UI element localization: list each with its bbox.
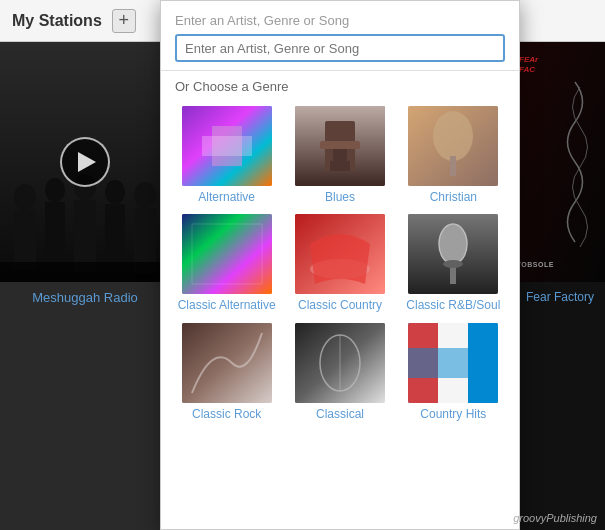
svg-rect-7 <box>74 200 96 272</box>
genre-dropdown: Enter an Artist, Genre or Song Or Choose… <box>160 0 520 530</box>
station-meshuggah-image <box>0 42 170 282</box>
genre-item-classical[interactable]: Classical <box>288 323 391 421</box>
genre-label-classic-country: Classic Country <box>298 298 382 312</box>
page-title: My Stations <box>12 12 102 30</box>
add-station-button[interactable]: + <box>112 9 136 33</box>
svg-rect-25 <box>330 161 350 171</box>
watermark: groovyPublishing <box>513 512 597 524</box>
genre-label-classic-rb: Classic R&B/Soul <box>406 298 500 312</box>
search-hint: Enter an Artist, Genre or Song <box>175 13 505 28</box>
genre-item-classic-rb[interactable]: Classic R&B/Soul <box>402 214 505 312</box>
genre-thumb-classic-rock <box>182 323 272 403</box>
station-fear-factory-label: Fear Factory <box>515 282 605 312</box>
genre-label-alternative: Alternative <box>198 190 255 204</box>
genre-item-classic-alternative[interactable]: Classic Alternative <box>175 214 278 312</box>
genre-thumb-classic-alternative <box>182 214 272 294</box>
svg-rect-20 <box>202 136 252 156</box>
svg-point-34 <box>439 224 467 264</box>
svg-rect-14 <box>515 42 605 282</box>
genre-item-classic-country[interactable]: Classic Country <box>288 214 391 312</box>
genre-label-blues: Blues <box>325 190 355 204</box>
search-section: Enter an Artist, Genre or Song <box>161 1 519 71</box>
watermark-publishing: Publishing <box>546 512 597 524</box>
genre-thumb-christian <box>408 106 498 186</box>
genre-grid: AlternativeBluesChristianClassic Alterna… <box>175 106 513 421</box>
watermark-groovy: groovy <box>513 512 546 524</box>
svg-point-2 <box>14 184 36 210</box>
search-input[interactable] <box>175 34 505 62</box>
svg-text:°OBSOLE: °OBSOLE <box>518 261 554 268</box>
svg-point-36 <box>443 260 463 268</box>
genre-label-classical: Classical <box>316 407 364 421</box>
genre-thumb-country-hits <box>408 323 498 403</box>
svg-rect-3 <box>14 210 36 270</box>
station-card-meshuggah[interactable]: Meshuggah Radio <box>0 42 170 530</box>
station-fear-factory-image: FEAr FAC °OBSOLE <box>515 42 605 282</box>
genre-item-christian[interactable]: Christian <box>402 106 505 204</box>
genre-thumb-classic-country <box>295 214 385 294</box>
svg-rect-5 <box>45 202 65 272</box>
station-card-fear-factory[interactable]: FEAr FAC °OBSOLE Fear Factory <box>515 42 605 530</box>
genre-label-country-hits: Country Hits <box>420 407 486 421</box>
genre-item-blues[interactable]: Blues <box>288 106 391 204</box>
genre-hint: Or Choose a Genre <box>175 79 505 94</box>
genre-section: Or Choose a Genre <box>161 71 519 106</box>
svg-rect-37 <box>182 323 272 403</box>
genre-thumb-classical <box>295 323 385 403</box>
svg-rect-9 <box>105 204 125 272</box>
genre-thumb-alternative <box>182 106 272 186</box>
svg-rect-28 <box>450 156 456 176</box>
svg-rect-12 <box>0 262 170 282</box>
svg-point-4 <box>45 178 65 202</box>
svg-text:FEAr: FEAr <box>519 55 539 64</box>
genre-label-classic-rock: Classic Rock <box>192 407 261 421</box>
genre-item-classic-rock[interactable]: Classic Rock <box>175 323 278 421</box>
genre-item-country-hits[interactable]: Country Hits <box>402 323 505 421</box>
svg-rect-24 <box>320 141 360 149</box>
svg-point-8 <box>105 180 125 204</box>
genre-grid-container[interactable]: AlternativeBluesChristianClassic Alterna… <box>161 106 519 529</box>
fear-factory-album-svg: FEAr FAC °OBSOLE <box>515 42 605 282</box>
svg-point-27 <box>433 111 473 161</box>
genre-item-alternative[interactable]: Alternative <box>175 106 278 204</box>
svg-rect-29 <box>182 214 272 294</box>
svg-rect-45 <box>408 348 498 378</box>
svg-text:FAC: FAC <box>519 65 535 74</box>
genre-thumb-classic-rb <box>408 214 498 294</box>
station-meshuggah-label: Meshuggah Radio <box>0 282 170 313</box>
genre-label-christian: Christian <box>430 190 477 204</box>
genre-thumb-blues <box>295 106 385 186</box>
play-button[interactable] <box>60 137 110 187</box>
play-icon <box>78 152 96 172</box>
genre-label-classic-alternative: Classic Alternative <box>178 298 276 312</box>
svg-point-10 <box>134 182 156 208</box>
